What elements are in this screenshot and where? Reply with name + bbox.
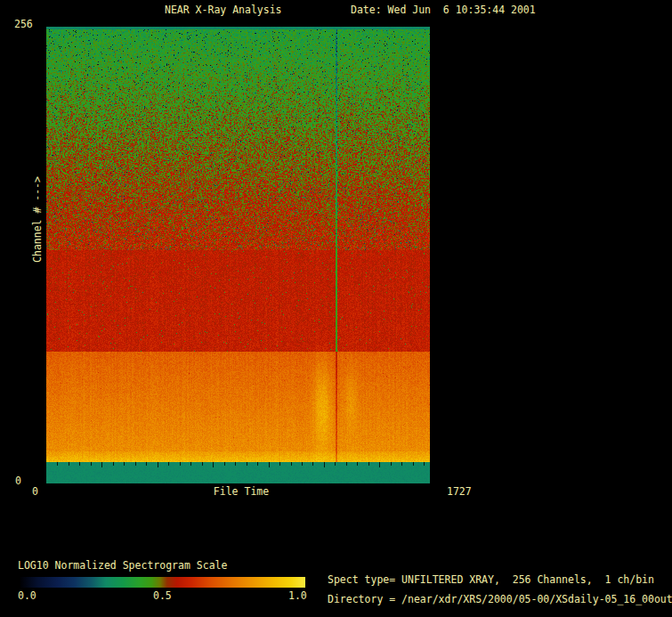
spectrogram-heatmap — [46, 27, 430, 483]
y-axis-min-label: 0 — [15, 475, 21, 487]
date-text: Date: Wed Jun 6 10:35:44 2001 — [351, 4, 536, 16]
colorbar-gradient — [20, 577, 305, 588]
x-axis-title: File Time — [213, 486, 270, 498]
colorbar-tick-right: 1.0 — [288, 590, 307, 602]
page-title: NEAR X-Ray Analysis — [165, 4, 282, 16]
y-axis-max-label: 256 — [14, 19, 33, 30]
colorbar-tick-left: 0.0 — [18, 590, 36, 602]
colorbar-title: LOG10 Normalized Spectrogram Scale — [18, 560, 227, 572]
x-axis-min-label: 0 — [32, 486, 38, 498]
near-xray-analysis-screen: NEAR X-Ray Analysis Date: Wed Jun 6 10:3… — [0, 0, 672, 617]
x-axis-max-label: 1727 — [447, 486, 472, 498]
directory-text: Directory = /near/xdr/XRS/2000/05-00/XSd… — [328, 594, 672, 605]
spect-type-text: Spect type= UNFILTERED XRAY, 256 Channel… — [328, 574, 654, 586]
y-axis-title: Channel # ---> — [32, 171, 44, 269]
colorbar-tick-mid: 0.5 — [153, 590, 172, 602]
